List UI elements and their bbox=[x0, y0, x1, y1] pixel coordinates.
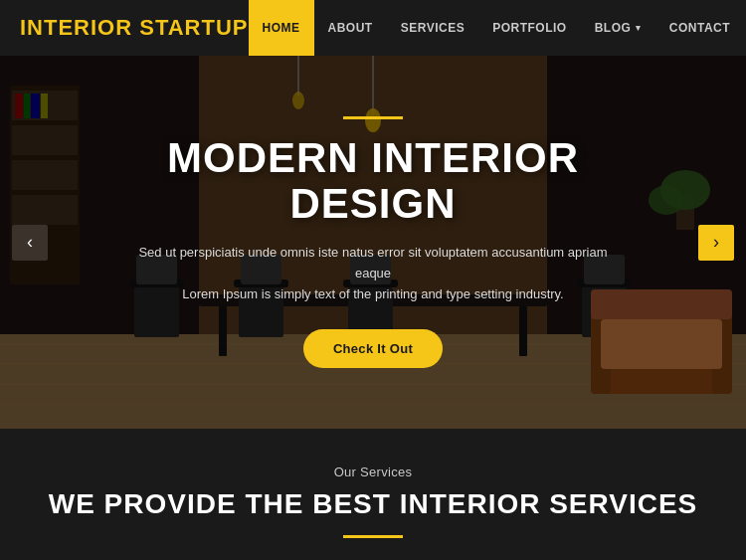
hero-line-decoration bbox=[343, 116, 403, 119]
nav-blog[interactable]: BLOG ▾ bbox=[581, 0, 655, 56]
services-section: Our Services WE PROVIDE THE BEST INTERIO… bbox=[0, 429, 746, 560]
nav-portfolio[interactable]: PORTFOLIO bbox=[478, 0, 581, 56]
navbar: INTERIOR STARTUP HOME ABOUT SERVICES POR… bbox=[0, 0, 746, 56]
brand-name-accent: STARTUP bbox=[139, 15, 248, 40]
services-section-label: Our Services bbox=[20, 465, 726, 479]
hero-subtitle: Sed ut perspiciatis unde omnis iste natu… bbox=[124, 243, 622, 304]
hero-prev-arrow[interactable]: ‹ bbox=[12, 225, 48, 261]
nav-links: HOME ABOUT SERVICES PORTFOLIO BLOG ▾ CON… bbox=[249, 0, 745, 56]
brand-name-part1: INTERIOR bbox=[20, 15, 139, 40]
hero-section: ‹ MODERN INTERIOR DESIGN Sed ut perspici… bbox=[0, 56, 746, 429]
hero-cta-button[interactable]: Check it out bbox=[303, 329, 443, 368]
nav-home[interactable]: HOME bbox=[249, 0, 314, 56]
hero-content: MODERN INTERIOR DESIGN Sed ut perspiciat… bbox=[85, 116, 661, 368]
services-underline bbox=[343, 535, 403, 538]
hero-next-arrow[interactable]: › bbox=[698, 225, 734, 261]
services-section-title: WE PROVIDE THE BEST INTERIOR SERVICES bbox=[20, 487, 726, 521]
hero-title: MODERN INTERIOR DESIGN bbox=[124, 135, 622, 227]
nav-about[interactable]: ABOUT bbox=[314, 0, 387, 56]
brand-logo[interactable]: INTERIOR STARTUP bbox=[20, 15, 249, 41]
nav-contact[interactable]: CONTACT bbox=[655, 0, 744, 56]
nav-services[interactable]: SERVICES bbox=[387, 0, 478, 56]
blog-dropdown-arrow: ▾ bbox=[636, 23, 642, 33]
